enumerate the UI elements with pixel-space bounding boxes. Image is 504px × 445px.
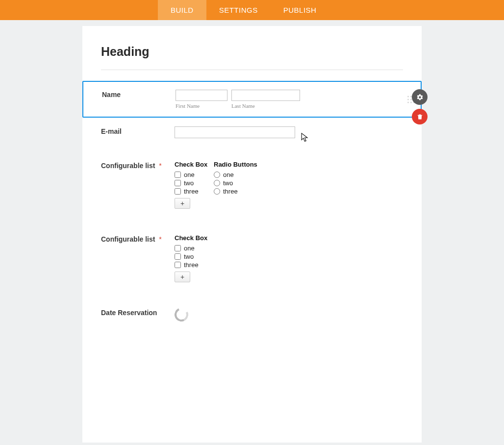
option-label: three [223, 188, 238, 195]
option-label: two [184, 253, 194, 260]
first-name-sublabel: First Name [176, 103, 227, 109]
field-config-list-1[interactable]: Configurable list * Check Box one two th… [101, 147, 403, 218]
option-label: one [184, 245, 195, 252]
top-nav: BUILD SETTINGS PUBLISH [0, 0, 504, 20]
label-email: E-mail [101, 126, 175, 135]
add-row-button-2[interactable]: + [175, 272, 190, 282]
checkbox-header: Check Box [175, 161, 212, 168]
checkbox-input[interactable] [175, 172, 181, 178]
field-config-list-2[interactable]: Configurable list * Check Box one two th… [101, 218, 403, 291]
checkbox-option[interactable]: three [175, 261, 212, 269]
field-actions [412, 89, 428, 124]
checkbox-header-2: Check Box [175, 234, 212, 242]
checkbox-input[interactable] [175, 245, 181, 251]
checkbox-input[interactable] [175, 253, 181, 260]
label-name: Name [102, 90, 176, 99]
gear-icon [416, 94, 424, 101]
radio-input[interactable] [214, 180, 220, 186]
loading-spinner-icon [173, 306, 190, 323]
tab-build[interactable]: BUILD [158, 0, 206, 20]
label-config-list-1: Configurable list * [101, 161, 175, 170]
radio-option[interactable]: three [214, 188, 257, 195]
field-delete-button[interactable] [412, 109, 428, 124]
label-config-list-2-text: Configurable list [101, 235, 155, 243]
checkbox-option[interactable]: two [175, 179, 212, 187]
radio-option[interactable]: one [214, 171, 257, 178]
radio-header: Radio Buttons [214, 161, 257, 168]
checkbox-input[interactable] [175, 180, 181, 186]
add-row-button[interactable]: + [175, 198, 190, 209]
last-name-sublabel: Last Name [231, 103, 300, 109]
checkbox-option[interactable]: one [175, 245, 212, 252]
checkbox-option[interactable]: one [175, 171, 212, 178]
option-label: two [223, 179, 233, 187]
label-date-reservation: Date Reservation [101, 308, 175, 317]
radio-input[interactable] [214, 188, 220, 195]
field-date-reservation[interactable]: Date Reservation [101, 291, 403, 330]
checkbox-column-2: Check Box one two three + [175, 234, 212, 282]
checkbox-column: Check Box one two three + [175, 161, 212, 209]
radio-input[interactable] [214, 172, 220, 178]
field-email[interactable]: E-mail [101, 118, 403, 147]
name-body: First Name Last Name [176, 90, 402, 109]
divider [101, 70, 403, 70]
checkbox-option[interactable]: two [175, 253, 212, 260]
form-canvas: Heading Name First Name Last Name E-mai [82, 26, 422, 443]
first-name-input[interactable] [176, 90, 227, 101]
tab-publish[interactable]: PUBLISH [271, 0, 329, 20]
checkbox-input[interactable] [175, 188, 181, 195]
option-label: one [223, 171, 234, 178]
last-name-input[interactable] [231, 90, 300, 101]
option-label: three [184, 188, 199, 195]
required-mark: * [159, 162, 161, 170]
trash-icon [416, 113, 424, 121]
field-name[interactable]: Name First Name Last Name [82, 81, 422, 118]
tab-settings[interactable]: SETTINGS [206, 0, 271, 20]
radio-option[interactable]: two [214, 179, 257, 187]
checkbox-option[interactable]: three [175, 188, 212, 195]
required-mark: * [159, 235, 161, 243]
option-label: three [184, 261, 199, 269]
label-config-list-1-text: Configurable list [101, 162, 155, 170]
radio-column: Radio Buttons one two three [214, 161, 257, 209]
email-input[interactable] [175, 126, 295, 138]
page-title: Heading [101, 45, 403, 59]
checkbox-input[interactable] [175, 262, 181, 268]
option-label: two [184, 179, 194, 187]
label-config-list-2: Configurable list * [101, 234, 175, 243]
option-label: one [184, 171, 195, 178]
field-settings-button[interactable] [412, 89, 428, 105]
